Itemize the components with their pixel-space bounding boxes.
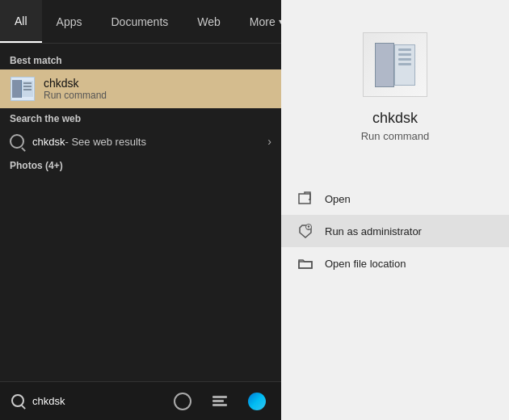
- cortana-button[interactable]: [165, 384, 200, 419]
- tab-bar: All Apps Documents Web More ▾: [0, 0, 281, 44]
- tab-web-label: Web: [197, 15, 221, 28]
- book-line1: [398, 48, 411, 51]
- chkdsk-small-icon: [11, 77, 35, 101]
- cortana-icon: [174, 393, 191, 410]
- taskview-line2: [212, 400, 224, 402]
- web-search-text: chkdsk - See web results: [32, 136, 259, 148]
- web-search-suffix: - See web results: [65, 136, 145, 148]
- run-as-admin-item[interactable]: Run as administrator: [281, 215, 509, 247]
- best-match-subtitle: Run command: [44, 90, 107, 101]
- taskbar-search-text: chkdsk: [32, 395, 65, 407]
- svg-rect-0: [299, 194, 310, 204]
- taskbar-icons: [158, 384, 281, 419]
- open-icon: [297, 191, 313, 207]
- run-as-admin-label: Run as administrator: [325, 225, 422, 237]
- taskview-button[interactable]: [202, 384, 238, 419]
- photos-label: Photos (4+): [0, 155, 281, 174]
- open-file-location-label: Open file location: [325, 258, 406, 270]
- app-icon-book: [375, 43, 415, 87]
- best-match-title: chkdsk: [44, 77, 107, 90]
- svg-rect-3: [299, 262, 312, 268]
- left-panel: All Apps Documents Web More ▾ Best match: [0, 0, 281, 420]
- folder-icon: [297, 255, 313, 271]
- folder-icon-svg: [298, 257, 313, 270]
- line3: [23, 89, 32, 90]
- taskbar-search-area[interactable]: chkdsk: [0, 382, 158, 420]
- admin-icon-svg: [298, 224, 313, 238]
- book-line4: [398, 63, 411, 65]
- context-menu: Open Run as administrator Open file: [281, 183, 509, 279]
- tab-web[interactable]: Web: [183, 0, 235, 43]
- tab-documents-label: Documents: [111, 15, 168, 28]
- tab-more-label: More: [250, 15, 276, 28]
- tab-apps[interactable]: Apps: [42, 0, 97, 43]
- open-label: Open: [325, 193, 351, 205]
- taskview-line3: [212, 404, 227, 406]
- best-match-text: chkdsk Run command: [44, 77, 107, 101]
- taskview-line1: [212, 396, 227, 398]
- line2: [23, 86, 32, 87]
- tab-all-label: All: [15, 15, 27, 27]
- right-panel: chkdsk Run command Open Run: [281, 0, 509, 420]
- search-circle-icon: [10, 134, 24, 149]
- taskbar: chkdsk: [0, 381, 281, 420]
- chkdsk-icon: [10, 76, 36, 102]
- web-search-item[interactable]: chkdsk - See web results ›: [0, 128, 281, 155]
- book-right: [394, 44, 415, 86]
- app-detail: chkdsk Run command: [281, 0, 509, 183]
- svg-point-2: [308, 225, 309, 227]
- tab-apps-label: Apps: [57, 15, 82, 28]
- best-match-item[interactable]: chkdsk Run command: [0, 69, 281, 108]
- app-name: chkdsk: [372, 110, 418, 127]
- open-item[interactable]: Open: [281, 183, 509, 215]
- open-file-location-item[interactable]: Open file location: [281, 247, 509, 279]
- web-search-label: Search the web: [0, 108, 281, 128]
- taskbar-search-icon: [11, 394, 26, 409]
- search-results: Best match chkdsk Run command Search the…: [0, 44, 281, 420]
- line1: [23, 82, 32, 84]
- taskview-icon: [212, 396, 227, 406]
- book-line3: [398, 58, 411, 61]
- tab-documents[interactable]: Documents: [96, 0, 183, 43]
- admin-icon: [297, 223, 313, 239]
- open-icon-svg: [298, 191, 313, 206]
- book-right-part: [22, 81, 33, 97]
- best-match-label: Best match: [0, 50, 281, 69]
- tab-all[interactable]: All: [0, 0, 42, 43]
- edge-icon: [248, 393, 266, 410]
- book-line2: [398, 53, 411, 56]
- web-search-keyword: chkdsk: [32, 136, 65, 148]
- app-type: Run command: [361, 130, 430, 142]
- book-left-part: [12, 80, 22, 98]
- book-left: [375, 43, 394, 87]
- edge-button[interactable]: [239, 384, 275, 419]
- web-chevron-icon: ›: [267, 135, 271, 148]
- app-large-icon: [363, 32, 427, 97]
